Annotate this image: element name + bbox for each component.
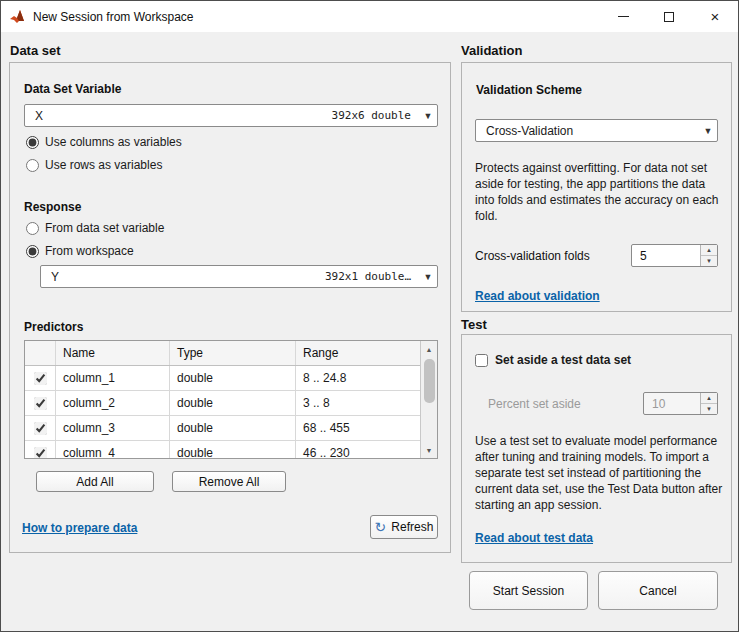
validation-description: Protects against overfitting. For data n… [475,160,722,224]
dataset-variable-dropdown[interactable]: X 392x6 double ▼ [24,104,438,127]
cell-range: 68 .. 455 [296,416,437,440]
cell-type: double [170,416,296,440]
row-checkbox[interactable] [34,422,47,435]
add-all-label: Add All [76,475,113,489]
cell-type: double [170,391,296,415]
scroll-down-icon[interactable]: ▼ [421,442,437,458]
radio-use-columns-input[interactable] [26,136,39,149]
test-description: Use a test set to evaluate model perform… [475,433,724,513]
refresh-button[interactable]: ↻ Refresh [370,515,438,539]
dataset-variable-label: Data Set Variable [24,82,121,96]
predictors-label: Predictors [24,320,83,334]
scrollbar-thumb[interactable] [424,359,435,403]
cancel-button[interactable]: Cancel [598,571,718,610]
percent-set-aside-spinner: ▲ ▼ [643,392,718,415]
app-icon [9,9,25,25]
minimize-icon [618,16,629,17]
validation-scheme-label: Validation Scheme [476,83,582,97]
percent-set-aside-label: Percent set aside [488,397,581,411]
header-checkbox-cell [25,341,56,365]
table-scrollbar[interactable]: ▲ ▼ [420,341,437,458]
chevron-down-icon: ▼ [419,111,437,121]
dialog-body: Data set Data Set Variable X 392x6 doubl… [1,32,738,631]
table-row[interactable]: column_1 double 8 .. 24.8 [25,366,437,391]
close-icon: × [711,9,720,24]
title-bar: New Session from Workspace × [1,1,738,32]
folds-input[interactable] [632,245,700,266]
row-checkbox[interactable] [34,397,47,410]
how-to-prepare-data-link[interactable]: How to prepare data [22,521,137,535]
radio-from-dataset-label: From data set variable [45,221,164,235]
header-name: Name [56,341,170,365]
dataset-variable-value: X [35,109,43,123]
remove-all-button[interactable]: Remove All [172,471,286,492]
cell-type: double [170,441,296,459]
table-row[interactable]: column_3 double 68 .. 455 [25,416,437,441]
start-session-label: Start Session [493,584,564,598]
radio-from-dataset[interactable]: From data set variable [26,221,164,235]
cell-range: 8 .. 24.8 [296,366,437,390]
response-variable-dropdown[interactable]: Y 392x1 double… ▼ [40,265,438,288]
maximize-button[interactable] [646,1,692,32]
radio-use-rows-label: Use rows as variables [45,158,162,172]
radio-from-workspace-input[interactable] [26,245,39,258]
window-controls: × [600,1,738,32]
table-row[interactable]: column_2 double 3 .. 8 [25,391,437,416]
radio-from-workspace-label: From workspace [45,244,134,258]
cell-range: 46 .. 230 [296,441,437,459]
refresh-label: Refresh [391,520,433,534]
row-checkbox[interactable] [34,372,47,385]
window-title: New Session from Workspace [33,10,194,24]
set-aside-test-checkbox[interactable]: Set aside a test data set [475,353,631,367]
radio-use-columns-label: Use columns as variables [45,135,182,149]
dataset-panel: Data Set Variable X 392x6 double ▼ Use c… [9,62,451,553]
spinner-up-icon[interactable]: ▲ [701,245,717,256]
dataset-variable-size: 392x6 double [332,109,411,122]
response-label: Response [24,200,81,214]
validation-scheme-dropdown[interactable]: Cross-Validation ▼ [475,119,718,142]
read-about-test-data-link[interactable]: Read about test data [475,531,593,545]
spinner-down-icon[interactable]: ▼ [701,256,717,266]
test-panel: Set aside a test data set Percent set as… [461,334,732,563]
cell-name: column_2 [56,391,170,415]
scroll-up-icon[interactable]: ▲ [421,341,437,357]
radio-from-workspace[interactable]: From workspace [26,244,134,258]
percent-input [644,393,700,414]
maximize-icon [664,12,674,22]
table-row[interactable]: column_4 double 46 .. 230 [25,441,437,459]
validation-scheme-value: Cross-Validation [486,124,573,138]
radio-use-rows[interactable]: Use rows as variables [26,158,162,172]
add-all-button[interactable]: Add All [36,471,154,492]
radio-use-rows-input[interactable] [26,159,39,172]
set-aside-test-label: Set aside a test data set [495,353,631,367]
close-button[interactable]: × [692,1,738,32]
response-variable-value: Y [51,270,59,284]
cell-name: column_3 [56,416,170,440]
spinner-down-icon: ▼ [701,404,717,414]
refresh-icon: ↻ [375,519,387,535]
spinner-arrows[interactable]: ▲ ▼ [700,245,717,266]
cell-name: column_1 [56,366,170,390]
set-aside-test-checkbox-input[interactable] [475,354,488,367]
minimize-button[interactable] [600,1,646,32]
read-about-validation-link[interactable]: Read about validation [475,289,600,303]
row-checkbox[interactable] [34,447,47,460]
header-range: Range [296,341,437,365]
validation-panel: Validation Scheme Cross-Validation ▼ Pro… [461,62,732,312]
chevron-down-icon: ▼ [699,126,717,136]
cell-name: column_4 [56,441,170,459]
validation-section-title: Validation [461,43,522,58]
start-session-button[interactable]: Start Session [469,571,588,610]
cross-validation-folds-spinner[interactable]: ▲ ▼ [631,244,718,267]
predictors-table: Name Type Range column_1 double 8 .. 24.… [24,340,438,459]
radio-from-dataset-input[interactable] [26,222,39,235]
remove-all-label: Remove All [199,475,260,489]
dialog-window: New Session from Workspace × Data set Da… [0,0,739,632]
radio-use-columns[interactable]: Use columns as variables [26,135,182,149]
cell-range: 3 .. 8 [296,391,437,415]
cancel-label: Cancel [639,584,676,598]
spinner-up-icon: ▲ [701,393,717,404]
spinner-arrows: ▲ ▼ [700,393,717,414]
table-header: Name Type Range [25,341,437,366]
chevron-down-icon: ▼ [419,272,437,282]
